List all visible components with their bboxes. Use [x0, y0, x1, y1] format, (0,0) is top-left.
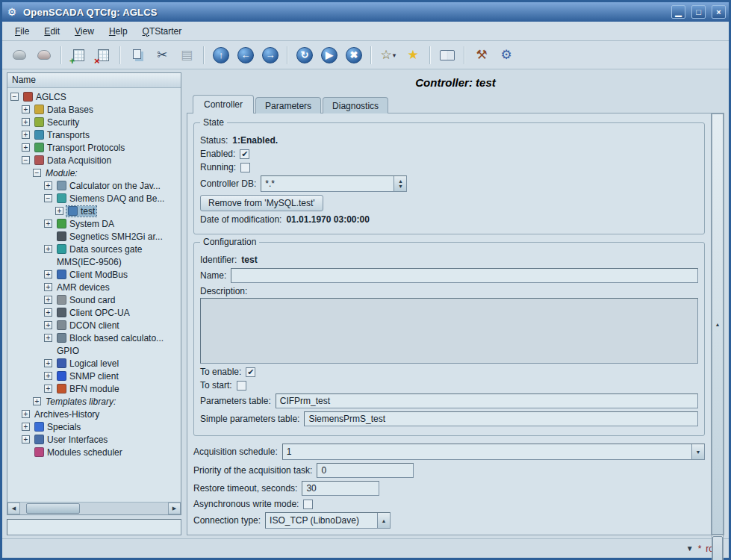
tree-item-client-modbus[interactable]: +Client ModBus [7, 268, 181, 281]
expand-icon[interactable]: + [44, 283, 52, 291]
tree-item-snmp-client[interactable]: +SNMP client [7, 370, 181, 382]
tree-item-sound-card[interactable]: +Sound card [7, 293, 181, 306]
remove-db-button[interactable]: Remove from 'MySQL.test' [200, 195, 323, 211]
tree-item-segnetics-smh2gi-ar[interactable]: Segnetics SMH2Gi ar... [7, 230, 181, 243]
hscroll-track[interactable] [20, 503, 168, 514]
back-button[interactable]: ← [234, 44, 257, 66]
delete-item-button[interactable]: × [92, 44, 114, 66]
tree-item-gpio[interactable]: GPIO [7, 344, 181, 357]
priority-input[interactable]: 0 [317, 463, 414, 478]
forward-button[interactable]: → [259, 44, 281, 66]
tree-status-field[interactable] [7, 519, 181, 535]
controller-db-combo[interactable]: *.* ▲▼ [261, 175, 407, 192]
menu-view[interactable]: View [68, 24, 101, 39]
scroll-up-icon[interactable]: ▲ [712, 113, 724, 535]
async-write-checkbox[interactable] [303, 500, 313, 509]
collapse-icon[interactable]: − [22, 156, 30, 164]
tree-item-siemens-daq-and-be[interactable]: −Siemens DAQ and Be... [7, 192, 181, 205]
qtstarter-config-button[interactable]: ⚒ [470, 44, 493, 66]
minimize-button[interactable]: ▁ [671, 5, 685, 19]
spin-arrows-icon[interactable]: ▲▼ [394, 176, 406, 191]
scroll-right-icon[interactable]: ▶ [168, 503, 181, 514]
expand-icon[interactable]: + [44, 220, 52, 228]
simple-parameters-table-input[interactable]: SiemensPrmS_test [304, 411, 698, 426]
tree-item-security[interactable]: +Security [7, 116, 181, 128]
to-start-checkbox[interactable] [237, 381, 246, 391]
description-input[interactable] [200, 298, 698, 364]
copy-item-button[interactable] [126, 44, 149, 66]
expand-icon[interactable]: + [44, 308, 52, 317]
tree-item-data-sources-gate[interactable]: +Data sources gate [7, 243, 181, 255]
tree-item-module[interactable]: −Module: [7, 167, 181, 179]
expand-icon[interactable]: + [44, 359, 52, 367]
to-enable-checkbox[interactable]: ✔ [246, 367, 255, 377]
restore-timeout-input[interactable]: 30 [302, 481, 379, 496]
connection-type-combo[interactable]: ISO_TCP (LibnoDave) ▲ [265, 512, 391, 529]
tree-item-block-based-calculato[interactable]: +Block based calculato... [7, 332, 181, 344]
tree-item-archives-history[interactable]: +Archives-History [7, 408, 181, 420]
tree-item-amr-devices[interactable]: +AMR devices [7, 281, 181, 293]
expand-icon[interactable]: + [44, 296, 52, 304]
tree-item-specials[interactable]: +Specials [7, 420, 181, 433]
tree-item-client-opc-ua[interactable]: +Client OPC-UA [7, 306, 181, 319]
collapse-icon[interactable]: − [33, 169, 41, 177]
tree-item-test[interactable]: +test [7, 205, 181, 217]
expand-icon[interactable]: + [44, 372, 52, 380]
acquisition-schedule-combo[interactable]: 1 ▼ [282, 444, 705, 460]
tree-item-calculator-on-the-jav[interactable]: +Calculator on the Jav... [7, 179, 181, 192]
add-item-button[interactable]: + [67, 44, 90, 66]
tree-item-mms-iec-9506[interactable]: MMS(IEC-9506) [7, 255, 181, 268]
tree-hscrollbar[interactable]: ◀ ▶ [7, 502, 181, 514]
tree-item-user-interfaces[interactable]: +User Interfaces [7, 433, 181, 446]
start-update-button[interactable]: ▶ [318, 44, 340, 66]
refresh-button[interactable]: ↻ [293, 44, 316, 66]
expand-icon[interactable]: + [44, 270, 52, 279]
vscroll-thumb[interactable] [712, 536, 723, 560]
favorites-button[interactable]: ★ [402, 44, 424, 66]
menu-file[interactable]: File [8, 24, 36, 39]
tree-item-system-da[interactable]: +System DA [7, 217, 181, 230]
tree-item-data-acquisition[interactable]: −Data Acquisition [7, 154, 181, 167]
close-button[interactable]: × [712, 5, 726, 19]
tree-item-bfn-module[interactable]: +BFN module [7, 382, 181, 395]
tree-item-data-bases[interactable]: +Data Bases [7, 103, 181, 116]
tree-item-transport-protocols[interactable]: +Transport Protocols [7, 141, 181, 154]
running-checkbox[interactable] [240, 163, 250, 172]
expand-icon[interactable]: + [44, 334, 52, 342]
expand-icon[interactable]: + [22, 410, 30, 418]
status-expander-icon[interactable]: ▼ [686, 544, 694, 553]
tree-item-aglcs[interactable]: −AGLCS [7, 90, 181, 103]
expand-icon[interactable]: + [55, 207, 63, 215]
expand-icon[interactable]: + [22, 423, 30, 431]
hscroll-thumb[interactable] [26, 503, 80, 514]
save-to-db-button[interactable] [33, 44, 55, 66]
stop-update-button[interactable]: ✖ [343, 44, 365, 66]
up-button[interactable]: ↑ [210, 44, 232, 66]
title-bar[interactable]: ⚙ OpenSCADA QTCfg: AGLCS ▁ □ × [2, 2, 729, 22]
tree-item-logical-level[interactable]: +Logical level [7, 357, 181, 370]
expand-icon[interactable]: + [44, 385, 52, 393]
spin-up-arrow-icon[interactable]: ▲ [377, 513, 390, 528]
expand-icon[interactable]: + [22, 435, 30, 444]
expand-icon[interactable]: + [33, 397, 41, 405]
tab-diagnostics[interactable]: Diagnostics [323, 97, 388, 113]
menu-edit[interactable]: Edit [37, 24, 66, 39]
content-vscrollbar[interactable]: ▲ ▼ [711, 113, 724, 535]
maximize-button[interactable]: □ [691, 5, 706, 19]
collapse-icon[interactable]: − [44, 194, 52, 202]
enabled-checkbox[interactable]: ✔ [240, 149, 249, 159]
tree-item-templates-library[interactable]: +Templates library: [7, 395, 181, 408]
expand-icon[interactable]: + [44, 181, 52, 190]
qtstarter-find-button[interactable]: ⚙ [495, 44, 517, 66]
collapse-icon[interactable]: − [10, 93, 19, 101]
expand-icon[interactable]: + [44, 245, 52, 253]
cut-item-button[interactable]: ✂ [151, 44, 173, 66]
menu-help[interactable]: Help [102, 24, 134, 39]
manual-button[interactable] [436, 44, 458, 66]
expand-icon[interactable]: + [44, 321, 52, 329]
parameters-table-input[interactable]: CIFPrm_test [276, 393, 698, 408]
expand-icon[interactable]: + [22, 105, 30, 113]
load-from-db-button[interactable] [8, 44, 31, 66]
expand-icon[interactable]: + [22, 131, 30, 139]
expand-icon[interactable]: + [22, 118, 30, 126]
